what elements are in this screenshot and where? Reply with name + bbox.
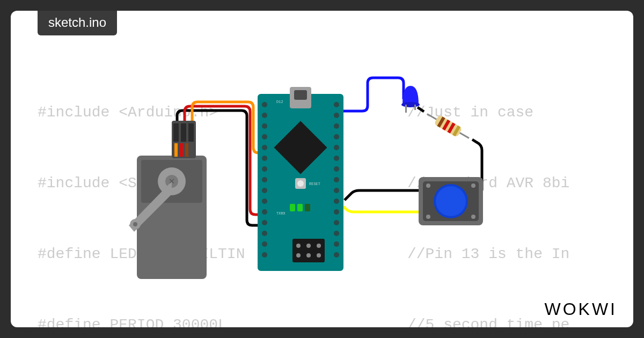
brand-logo: WOKWI (544, 299, 617, 319)
file-tab[interactable]: sketch.ino (38, 11, 117, 35)
code-line: #include <Arduino.h> //Just in case (38, 101, 633, 124)
code-editor: #include <Arduino.h> //Just in case #inc… (38, 54, 633, 327)
card-frame: sketch.ino #include <Arduino.h> //Just i… (11, 11, 633, 327)
code-line: #include <Servo.h> //Standard AVR 8bi (38, 172, 633, 195)
file-tab-label: sketch.ino (48, 15, 106, 30)
code-line: #define LED LED_BUILTIN //Pin 13 is the … (38, 243, 633, 266)
